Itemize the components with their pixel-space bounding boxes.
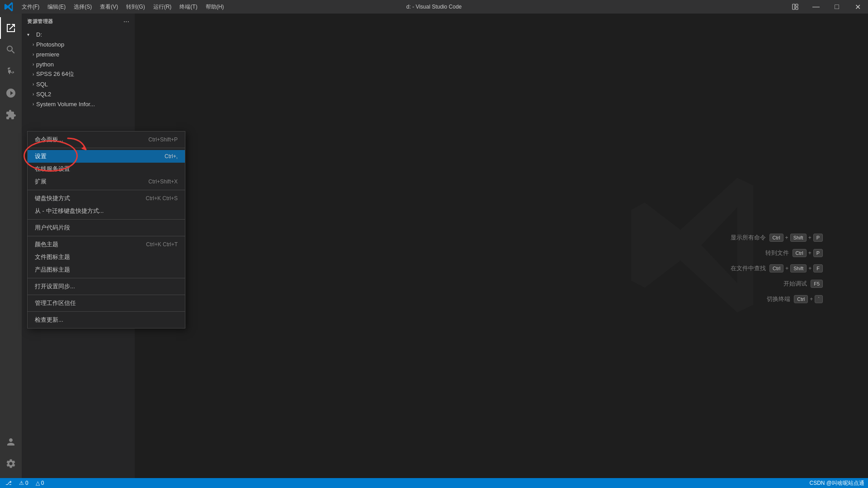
menu-shortcut: Ctrl+, [165, 153, 178, 160]
status-warnings[interactable]: △ 0 [34, 480, 46, 486]
hint-key: P [813, 249, 823, 257]
menu-item-command-palette[interactable]: 命令面板... Ctrl+Shift+P [28, 133, 185, 146]
hint-key: Ctrl [794, 295, 808, 303]
titlebar-left: 文件(F) 编辑(E) 选择(S) 查看(V) 转到(G) 运行(R) 终端(T… [4, 1, 227, 13]
hint-label: 显示所有命令 [721, 234, 766, 242]
menu-item-color-theme[interactable]: 颜色主题 Ctrl+K Ctrl+T [28, 238, 185, 251]
menu-item-label: 打开设置同步... [35, 282, 75, 291]
hint-row-debug: 开始调试 F5 [721, 280, 823, 288]
hint-keys: Ctrl + Shift + F [769, 264, 823, 272]
menu-item-product-icon-theme[interactable]: 产品图标主题 [28, 263, 185, 276]
tree-item-sql[interactable]: › SQL [22, 79, 135, 89]
tree-root[interactable]: ▾ D: [22, 29, 135, 39]
menu-item-extensions[interactable]: 扩展 Ctrl+Shift+X [28, 175, 185, 188]
activity-item-source-control[interactable] [0, 61, 22, 82]
menu-item-check-updates[interactable]: 检查更新... [28, 314, 185, 326]
hint-label: 开始调试 [762, 280, 807, 288]
menu-view[interactable]: 查看(V) [96, 1, 122, 13]
activity-bar-bottom [0, 431, 22, 474]
menu-select[interactable]: 选择(S) [70, 1, 95, 13]
sidebar-title: 资源管理器 [27, 18, 53, 25]
activity-item-account[interactable] [0, 431, 22, 453]
tree-item-photoshop[interactable]: › Photoshop [22, 39, 135, 49]
menu-item-user-snippets[interactable]: 用户代码片段 [28, 221, 185, 234]
menu-item-label: 用户代码片段 [35, 224, 70, 232]
svg-rect-2 [796, 7, 798, 9]
hint-plus: + [810, 296, 813, 302]
tree-arrow: › [27, 62, 34, 67]
sidebar-header: 资源管理器 ··· [22, 14, 135, 29]
context-menu: 命令面板... Ctrl+Shift+P 设置 Ctrl+, 在线服务设置 扩展… [27, 131, 185, 328]
tree-item-sql2[interactable]: › SQL2 [22, 89, 135, 99]
sidebar-more-button[interactable]: ··· [123, 18, 129, 26]
tree-arrow: › [27, 52, 34, 57]
hint-row-find: 在文件中查找 Ctrl + Shift + F [721, 264, 823, 272]
menu-separator [28, 311, 185, 312]
titlebar-controls: — □ ✕ [785, 0, 868, 14]
menu-item-keyboard-shortcuts[interactable]: 键盘快捷方式 Ctrl+K Ctrl+S [28, 192, 185, 205]
status-csdn: CSDN @叫啥呢站点通 [809, 479, 864, 487]
tree-root-name: D: [36, 31, 42, 38]
menu-item-migrate-keyboard[interactable]: 从 - 中迁移键盘快捷方式... [28, 205, 185, 217]
activity-bar [0, 14, 22, 478]
menu-separator [28, 219, 185, 220]
hint-label: 转到文件 [744, 249, 789, 257]
layout-button[interactable] [785, 0, 806, 14]
activity-item-settings[interactable] [0, 453, 22, 474]
hint-key: Shift [790, 264, 807, 272]
activity-item-extensions[interactable] [0, 104, 22, 126]
menu-item-label: 检查更新... [35, 316, 63, 324]
menu-item-settings[interactable]: 设置 Ctrl+, [28, 150, 185, 163]
menu-edit[interactable]: 编辑(E) [44, 1, 69, 13]
hint-key: Shift [790, 234, 807, 242]
hint-key: P [813, 234, 823, 242]
menu-item-label: 命令面板... [35, 136, 63, 144]
menu-item-manage-workspace-trust[interactable]: 管理工作区信任 [28, 297, 185, 310]
hint-key: Ctrl [793, 249, 807, 257]
menu-item-label: 设置 [35, 152, 47, 160]
hint-keys: F5 [811, 280, 823, 288]
menu-item-label: 文件图标主题 [35, 253, 70, 261]
close-button[interactable]: ✕ [847, 0, 868, 14]
menu-run[interactable]: 运行(R) [150, 1, 175, 13]
tree-item-spss[interactable]: › SPSS 26 64位 [22, 69, 135, 79]
tree-item-name: System Volume Infor... [36, 101, 95, 108]
status-bar: ⎇ ⚠ 0 △ 0 CSDN @叫啥呢站点通 [0, 478, 868, 488]
menu-item-label: 键盘快捷方式 [35, 194, 70, 202]
tree-arrow: › [27, 72, 34, 77]
menu-item-settings-sync[interactable]: 打开设置同步... [28, 280, 185, 293]
menu-item-label: 在线服务设置 [35, 165, 70, 173]
error-icon: ⚠ [19, 480, 24, 486]
tree-item-name: premiere [36, 51, 59, 58]
menu-item-file-icon-theme[interactable]: 文件图标主题 [28, 251, 185, 263]
titlebar: 文件(F) 编辑(E) 选择(S) 查看(V) 转到(G) 运行(R) 终端(T… [0, 0, 868, 14]
tree-item-name: Photoshop [36, 41, 64, 48]
minimize-button[interactable]: — [806, 0, 826, 14]
maximize-button[interactable]: □ [826, 0, 847, 14]
hint-keys: Ctrl + Shift + P [769, 234, 823, 242]
status-bar-left: ⎇ ⚠ 0 △ 0 [4, 480, 46, 486]
hint-row-file: 转到文件 Ctrl + P [721, 249, 823, 257]
tree-arrow: › [27, 82, 34, 87]
activity-item-run[interactable] [0, 82, 22, 104]
menu-file[interactable]: 文件(F) [18, 1, 43, 13]
status-branch[interactable]: ⎇ [4, 480, 14, 486]
titlebar-title: d: - Visual Studio Code [406, 4, 462, 10]
activity-item-search[interactable] [0, 39, 22, 61]
tree-arrow: › [27, 102, 34, 107]
tree-item-premiere[interactable]: › premiere [22, 49, 135, 59]
menu-terminal[interactable]: 终端(T) [176, 1, 201, 13]
menu-separator [28, 278, 185, 278]
menu-separator [28, 148, 185, 148]
titlebar-menu: 文件(F) 编辑(E) 选择(S) 查看(V) 转到(G) 运行(R) 终端(T… [18, 1, 227, 13]
menu-item-label: 颜色主题 [35, 240, 58, 249]
menu-help[interactable]: 帮助(H) [202, 1, 228, 13]
menu-item-online-settings[interactable]: 在线服务设置 [28, 163, 185, 175]
menu-goto[interactable]: 转到(G) [123, 1, 148, 13]
menu-separator [28, 236, 185, 236]
tree-item-sysvolume[interactable]: › System Volume Infor... [22, 99, 135, 109]
activity-item-explorer[interactable] [0, 17, 22, 39]
menu-item-label: 扩展 [35, 178, 47, 186]
status-errors[interactable]: ⚠ 0 [17, 480, 30, 486]
tree-item-python[interactable]: › python [22, 59, 135, 69]
